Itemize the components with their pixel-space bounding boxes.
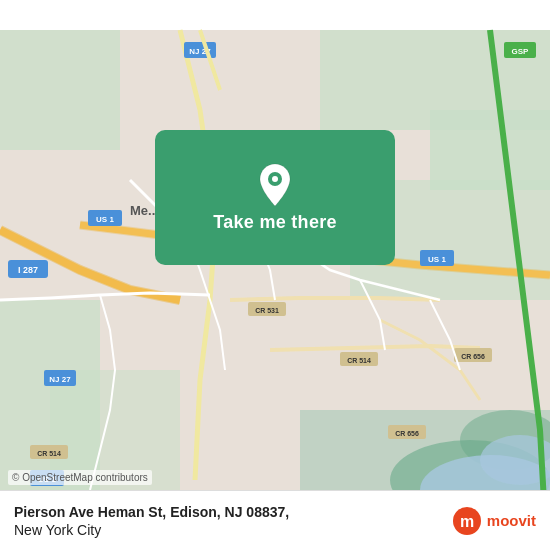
address-line2: New York City bbox=[14, 522, 451, 538]
svg-text:m: m bbox=[460, 513, 474, 530]
svg-text:GSP: GSP bbox=[512, 47, 530, 56]
svg-rect-3 bbox=[430, 110, 550, 190]
moovit-icon: m bbox=[451, 505, 483, 537]
svg-text:CR 531: CR 531 bbox=[255, 307, 279, 314]
take-me-there-button[interactable]: Take me there bbox=[155, 130, 395, 265]
svg-text:US 1: US 1 bbox=[428, 255, 446, 264]
map-background: I 287 US 1 US 1 US 1 NJ 27 NJ 27 GSP CR … bbox=[0, 0, 550, 550]
moovit-logo: m moovit bbox=[451, 505, 536, 537]
moovit-text: moovit bbox=[487, 512, 536, 529]
location-pin-icon bbox=[254, 162, 296, 204]
bottom-bar: Pierson Ave Heman St, Edison, NJ 08837, … bbox=[0, 490, 550, 550]
svg-text:CR 514: CR 514 bbox=[347, 357, 371, 364]
map-container: I 287 US 1 US 1 US 1 NJ 27 NJ 27 GSP CR … bbox=[0, 0, 550, 550]
svg-text:US 1: US 1 bbox=[96, 215, 114, 224]
svg-text:CR 656: CR 656 bbox=[395, 430, 419, 437]
osm-attribution: © OpenStreetMap contributors bbox=[8, 470, 152, 485]
address-block: Pierson Ave Heman St, Edison, NJ 08837, … bbox=[14, 504, 451, 538]
svg-point-38 bbox=[272, 176, 278, 182]
svg-rect-1 bbox=[0, 30, 120, 150]
svg-text:I 287: I 287 bbox=[18, 265, 38, 275]
take-me-there-label: Take me there bbox=[213, 212, 337, 233]
svg-text:CR 514: CR 514 bbox=[37, 450, 61, 457]
svg-text:NJ 27: NJ 27 bbox=[49, 375, 71, 384]
address-line1: Pierson Ave Heman St, Edison, NJ 08837, bbox=[14, 504, 451, 520]
svg-text:CR 656: CR 656 bbox=[461, 353, 485, 360]
